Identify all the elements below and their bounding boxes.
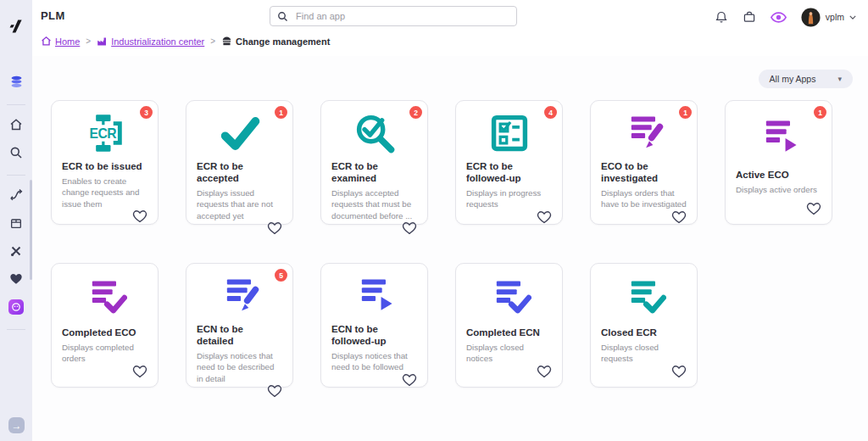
heart-icon [537, 365, 552, 378]
app-card[interactable]: Closed ECR Displays closed requests [590, 263, 698, 388]
tools-icon [9, 244, 23, 261]
app-card-description: Enables to create change requests and is… [62, 176, 147, 210]
app-card[interactable]: 3 ECR ECR to be issued Enables to create… [51, 100, 159, 225]
app-icon [466, 111, 552, 155]
sidebar-item-home[interactable] [9, 119, 23, 133]
arrow-right-icon: → [12, 420, 22, 432]
sidebar-item-favorites-heart[interactable] [9, 273, 23, 287]
sidebar-item-tools[interactable] [9, 245, 23, 260]
sidebar-item-apps-tile[interactable] [8, 301, 24, 315]
app-icon [197, 274, 282, 318]
heart-icon [402, 373, 417, 387]
apps-bag-icon [743, 10, 756, 24]
favorite-button[interactable] [402, 373, 417, 387]
app-card[interactable]: Completed ECO Displays completed orders [51, 263, 159, 388]
count-badge: 3 [138, 104, 154, 120]
app-card-description: Displays closed notices [466, 342, 552, 365]
app-search[interactable] [270, 6, 517, 26]
sidebar-scrollbar[interactable] [30, 180, 32, 280]
notifications-bell-icon [715, 10, 728, 25]
sidebar-divider [7, 175, 25, 176]
preview-eye-icon [771, 12, 787, 23]
apps-bag-button[interactable] [743, 10, 756, 24]
breadcrumb-label[interactable]: Industrialization center [111, 36, 204, 47]
app-card-description: Displays completed orders [62, 342, 147, 365]
favorite-button[interactable] [132, 365, 147, 378]
sidebar-icon-list [0, 70, 32, 337]
preview-button[interactable] [771, 12, 787, 23]
app-card-description: Displays closed requests [601, 342, 687, 365]
favorite-button[interactable] [267, 221, 282, 235]
user-name: vplm [826, 12, 844, 22]
heart-icon [671, 210, 687, 224]
breadcrumb-label[interactable]: Home [55, 36, 80, 47]
favorite-button[interactable] [671, 210, 687, 224]
notifications-button[interactable] [715, 10, 728, 25]
count-badge: 5 [273, 267, 289, 283]
apps-filter-label: All my Apps [770, 74, 816, 84]
app-card[interactable]: 5 ECN to be detailed Displays notices th… [186, 263, 293, 388]
sidebar-item-database-layers[interactable] [9, 76, 24, 91]
app-icon [197, 111, 282, 155]
app-card[interactable]: ECN to be followed-up Displays notices t… [320, 263, 428, 388]
app-card-title: ECO to be investigated [601, 161, 687, 185]
count-badge: 1 [812, 104, 828, 120]
app-icon: ECR [62, 111, 147, 155]
app-card[interactable]: 1 ECO to be investigated Displays orders… [590, 100, 698, 225]
app-card[interactable]: 2 ECR to be examined Displays accepted r… [320, 100, 428, 225]
app-card-description: Displays notices that need to be followe… [331, 350, 417, 373]
heart-icon [267, 384, 282, 398]
favorite-button[interactable] [537, 210, 552, 224]
sidebar-item-search[interactable] [9, 147, 23, 161]
favorite-button[interactable] [132, 209, 147, 223]
app-card-title: ECR to be accepted [197, 161, 282, 185]
count-badge: 2 [408, 104, 424, 120]
apps-tile-icon [8, 299, 24, 318]
svg-text:ECR: ECR [89, 126, 116, 141]
sidebar-expand-button[interactable]: → [8, 417, 25, 433]
factory-icon [97, 36, 108, 47]
app-card-title: ECR to be issued [62, 161, 147, 173]
app-icon [601, 111, 687, 155]
app-icon [736, 111, 821, 164]
building-icon [221, 36, 232, 47]
app-card[interactable]: 1 Active ECO Displays active orders [725, 100, 832, 225]
app-card[interactable]: Completed ECN Displays closed notices [455, 263, 563, 388]
favorite-button[interactable] [402, 221, 417, 235]
apps-filter-dropdown[interactable]: All my Apps ▾ [759, 70, 853, 88]
breadcrumb: Home>Industrialization center>Change man… [41, 36, 330, 47]
breadcrumb-item[interactable]: Home [41, 36, 80, 47]
app-card-title: ECN to be followed-up [331, 324, 417, 348]
favorite-button[interactable] [671, 365, 687, 378]
sidebar-divider [7, 329, 25, 330]
app-card-title: ECN to be detailed [197, 324, 282, 348]
favorite-button[interactable] [806, 202, 821, 215]
user-menu[interactable]: vplm [801, 8, 856, 27]
breadcrumb-item: Change management [221, 36, 330, 47]
package-icon [9, 216, 23, 233]
favorite-button[interactable] [267, 384, 282, 398]
heart-icon [402, 221, 417, 235]
app-card[interactable]: 1 ECR to be accepted Displays issued req… [186, 100, 293, 225]
database-layers-icon [9, 75, 24, 92]
chevron-down-icon: ▾ [837, 75, 842, 83]
favorite-button[interactable] [537, 365, 552, 378]
app-card-description: Displays active orders [736, 184, 821, 196]
app-card-title: ECR to be examined [331, 161, 417, 185]
app-icon [466, 274, 552, 321]
sidebar-item-workflow[interactable] [9, 189, 24, 204]
chevron-down-icon [849, 15, 856, 20]
app-icon [601, 274, 687, 321]
app-icon [331, 274, 417, 318]
app-card-description: Displays notices that need to be describ… [197, 350, 282, 385]
sidebar-item-package[interactable] [9, 217, 23, 232]
app-icon [331, 111, 417, 155]
avatar [801, 8, 821, 27]
count-badge: 1 [677, 104, 693, 120]
heart-icon [132, 209, 147, 223]
app-card[interactable]: 4 ECR to be followed-up Displays in prog… [455, 100, 563, 225]
heart-icon [537, 210, 552, 224]
app-card-title: Closed ECR [601, 327, 687, 339]
search-input[interactable] [294, 10, 509, 22]
breadcrumb-item[interactable]: Industrialization center [97, 36, 204, 47]
